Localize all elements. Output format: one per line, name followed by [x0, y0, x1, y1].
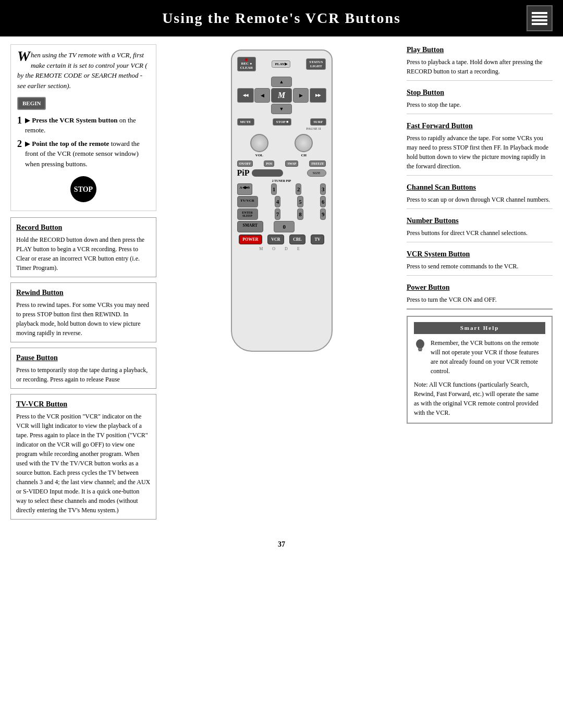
page-header: Using the Remote's VCR Buttons	[0, 0, 563, 36]
rew-symbol: ◀◀	[243, 93, 248, 97]
on-off-row: ON/OFF POS SWAP FREEZE	[237, 161, 326, 167]
nav-empty-1	[254, 77, 270, 87]
down-arrow: ▼	[279, 106, 284, 112]
num-2-button[interactable]: 2	[296, 183, 302, 195]
power-button-section: Power Button Press to turn the VCR ON an…	[407, 282, 553, 310]
cbl-label: CBL	[293, 237, 301, 242]
left-column: When using the TV remote with a VCR, fir…	[10, 44, 156, 525]
tv-button[interactable]: TV	[311, 235, 324, 244]
light-label: LIGHT	[310, 64, 322, 68]
channel-scan-section: Channel Scan Buttons Press to scan up or…	[407, 182, 553, 209]
status-label: STATUS	[309, 60, 323, 64]
intro-box: When using the TV remote with a VCR, fir…	[10, 44, 156, 211]
tv-label: TV	[314, 237, 320, 242]
fast-forward-section: Fast Forward Button Press to rapidly adv…	[407, 120, 553, 176]
down-button[interactable]: ▼	[271, 104, 292, 114]
size-button[interactable]: SIZE	[307, 169, 326, 177]
tv-vcr-button[interactable]: TV/VCR	[237, 196, 258, 207]
number-buttons-title: Number Buttons	[407, 215, 553, 226]
number-buttons-text: Press buttons for direct VCR channel sel…	[407, 228, 553, 238]
icon-line-1	[532, 12, 547, 14]
vcr-system-text: Press to send remote commands to the VCR…	[407, 262, 553, 271]
pause-button-title: Pause Button	[16, 352, 151, 363]
nav-empty-2	[293, 77, 309, 87]
icon-line-4	[532, 23, 547, 25]
stop-button[interactable]: STOP ■	[273, 118, 291, 126]
fast-forward-text: Press to rapidly advance the tape. For s…	[407, 133, 553, 171]
num-4-button[interactable]: 4	[275, 196, 281, 207]
begin-button[interactable]: BEGIN	[17, 97, 46, 110]
freeze-button[interactable]: FREEZE	[309, 161, 326, 167]
num-0-button[interactable]: 0	[274, 221, 295, 232]
clear-label: CLEAR	[240, 66, 253, 70]
intro-body: hen using the TV remote with a VCR, firs…	[17, 51, 148, 90]
tv-vcr-row: TV/VCR 4 5 6	[237, 196, 326, 207]
step-1-text: ▶ Press the VCR System button on the rem…	[25, 115, 150, 135]
right-button[interactable]: ▶	[293, 88, 309, 103]
pip-logo: PiP	[237, 168, 250, 178]
num-3-button[interactable]: 3	[320, 183, 326, 195]
power-button-text: Press to turn the VCR ON and OFF.	[407, 295, 553, 304]
step-1: 1 ▶ Press the VCR System button on the r…	[17, 115, 150, 135]
smart-button[interactable]: SMART	[237, 221, 264, 232]
num-8-button[interactable]: 8	[297, 208, 303, 220]
icon-line-2	[532, 16, 547, 18]
status-light-button[interactable]: STATUS LIGHT	[306, 58, 326, 70]
spacer	[305, 221, 326, 232]
channel-scan-text: Press to scan up or down through VCR cha…	[407, 195, 553, 204]
play-label: PLAY▶	[275, 62, 287, 66]
mute-label: MUTE	[240, 120, 251, 124]
right-column: Play Button Press to playback a tape. Ho…	[407, 44, 553, 525]
stop-button-text: Press to stop the tape.	[407, 100, 553, 109]
play-button-title: Play Button	[407, 44, 553, 55]
enter-sleep-button[interactable]: ENTER SLEEP	[237, 208, 258, 220]
fast-forward-title: Fast Forward Button	[407, 120, 553, 131]
rec-clear-button[interactable]: REC ● CLEAR	[237, 57, 256, 71]
stop-button-title: Stop Button	[407, 87, 553, 98]
rec-dot	[245, 58, 248, 61]
step-2: 2 ▶ Point the top of the remote toward t…	[17, 139, 150, 169]
num-5-button[interactable]: 5	[297, 196, 303, 207]
up-button[interactable]: ▲	[271, 77, 292, 87]
play-button-section: Play Button Press to playback a tape. Ho…	[407, 44, 553, 81]
smart-help-title: Smart Help	[460, 325, 499, 331]
ab-button[interactable]: A◀▶B	[237, 183, 253, 195]
left-arrow: ◀	[261, 93, 264, 98]
left-button[interactable]: ◀	[254, 88, 270, 103]
power-button-title: Power Button	[407, 282, 553, 293]
ch-knob[interactable]	[295, 134, 313, 152]
vcr-mode-button[interactable]: VCR	[267, 235, 284, 244]
tv-vcr-label: TV/VCR	[240, 199, 254, 203]
power-button[interactable]: POWER	[239, 235, 262, 244]
num-9-button[interactable]: 9	[320, 208, 326, 220]
num-7-button[interactable]: 7	[275, 208, 281, 220]
play-button[interactable]: PLAY▶	[272, 60, 290, 68]
number-buttons-section: Number Buttons Press buttons for direct …	[407, 215, 553, 242]
nav-empty-4	[293, 104, 309, 114]
pos-button[interactable]: POS	[264, 161, 274, 167]
num-1-button[interactable]: 1	[271, 183, 277, 195]
tv-vcr-button-box: TV-VCR Button Press to the VCR position …	[10, 394, 156, 520]
vol-label: VOL	[255, 153, 263, 157]
on-off-button[interactable]: ON/OFF	[237, 161, 253, 167]
ab-row: A◀▶B 1 2 3	[237, 183, 326, 195]
cbl-button[interactable]: CBL	[289, 235, 305, 244]
surf-button[interactable]: SURF	[310, 118, 326, 126]
mute-button[interactable]: MUTE	[237, 118, 254, 126]
record-button-text: Hold the RECORD button down and then pre…	[16, 235, 151, 273]
swap-button[interactable]: SWAP	[285, 161, 298, 167]
vol-knob[interactable]	[250, 134, 268, 152]
smart-label: SMART	[243, 223, 258, 228]
fast-forward-button[interactable]: ▶▶	[310, 88, 326, 103]
tv-vcr-button-text: Press to the VCR position "VCR" indicato…	[16, 412, 151, 515]
stop-icon-button: STOP	[70, 176, 96, 202]
surf-label: SURF	[313, 120, 323, 124]
sleep-label: SLEEP	[242, 214, 252, 217]
num-6-button[interactable]: 6	[320, 196, 326, 207]
pause-button-box: Pause Button Press to temporarily stop t…	[10, 348, 156, 389]
rewind-button[interactable]: ◀◀	[237, 88, 254, 103]
step-2-text: ▶ Point the top of the remote toward the…	[25, 139, 150, 169]
icon-line-3	[532, 19, 547, 21]
stop-label: STOP ■	[276, 120, 288, 124]
menu-center-button[interactable]: M	[271, 88, 292, 103]
